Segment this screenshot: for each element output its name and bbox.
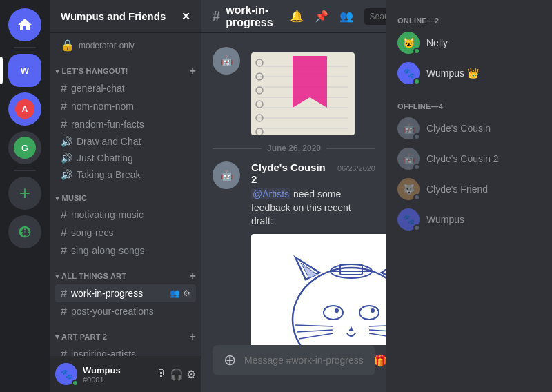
settings-icon[interactable]: ⚙ xyxy=(186,368,196,381)
server-divider-2 xyxy=(14,170,36,171)
channel-item-draw-and-chat[interactable]: 🔊 Draw and Chat xyxy=(55,133,196,150)
member-avatar-clydes-cousin: 🤖 xyxy=(397,117,420,139)
channel-title: work-in-progress xyxy=(226,4,273,29)
channel-header: # work-in-progress share the current dra… xyxy=(201,0,386,33)
member-status-offline-2 xyxy=(413,164,420,170)
gift-icon[interactable]: 🎁 xyxy=(373,354,387,367)
channel-item-random-fun-facts[interactable]: # random-fun-facts xyxy=(55,115,196,133)
divider-line-right xyxy=(326,148,375,149)
message-text: @Artists need some feedback on this rece… xyxy=(251,188,375,228)
channel-item-general-chat[interactable]: # general-chat xyxy=(55,79,196,97)
member-status-online-2 xyxy=(413,78,420,85)
hash-icon: # xyxy=(61,244,67,257)
channel-item-work-in-progress[interactable]: # work-in-progress 👥 ⚙ xyxy=(55,284,196,302)
hash-icon: # xyxy=(61,348,67,356)
channel-sidebar: Wumpus and Friends ✕ 🔒 moderator-only ▾ … xyxy=(50,0,201,392)
chat-input-box: ⊕ 🎁 GIF 😊 xyxy=(213,345,375,375)
category-label: ▾ ALL THINGS ART xyxy=(55,272,126,281)
svg-text:W: W xyxy=(21,66,30,76)
message-content-clyde: Clyde's Cousin 2 06/26/2020 @Artists nee… xyxy=(251,161,375,345)
hash-icon: # xyxy=(61,82,67,95)
notification-bell-icon[interactable]: 🔔 xyxy=(290,10,304,23)
add-channel-button[interactable]: + xyxy=(189,331,196,342)
voice-icon: 🔊 xyxy=(61,153,72,164)
member-avatar-clydes-cousin-2: 🤖 xyxy=(397,148,420,170)
message-input[interactable] xyxy=(244,355,365,366)
member-item-nelly[interactable]: 🐱 Nelly xyxy=(392,28,546,58)
server-icon-2[interactable]: A xyxy=(8,92,41,126)
member-name-wumpus-online: Wumpus 👑 xyxy=(426,68,479,79)
image-attachment-notebook[interactable] xyxy=(251,52,355,135)
channel-hash-icon: # xyxy=(213,8,220,24)
image-attachment-cat[interactable] xyxy=(251,234,386,345)
category-all-things-art[interactable]: ▾ ALL THINGS ART + xyxy=(50,259,201,284)
channel-item-moderator-only[interactable]: 🔒 moderator-only xyxy=(55,33,196,55)
home-server-icon[interactable] xyxy=(8,8,41,41)
channel-actions: 👥 ⚙ xyxy=(170,288,190,298)
member-status-offline-4 xyxy=(413,224,420,231)
members-icon[interactable]: 👥 xyxy=(170,288,180,298)
channel-item-song-recs[interactable]: # song-recs xyxy=(55,224,196,242)
wumpus-server-icon[interactable]: W xyxy=(8,54,41,87)
hash-icon: # xyxy=(61,287,67,300)
server-header[interactable]: Wumpus and Friends ✕ xyxy=(50,0,201,33)
headphones-icon[interactable]: 🎧 xyxy=(170,368,184,381)
message-avatar-clyde: 🤖 xyxy=(213,161,240,189)
member-item-wumpus-offline[interactable]: 🐾 Wumpus xyxy=(392,204,546,235)
member-item-clydes-friend[interactable]: 🐺 Clyde's Friend xyxy=(392,174,546,204)
category-label: ▾ ART PART 2 xyxy=(55,333,107,342)
channel-item-inspiring-artists[interactable]: # inspiring-artists xyxy=(55,345,196,356)
member-name-nelly: Nelly xyxy=(426,37,448,48)
category-music[interactable]: ▾ MUSIC xyxy=(50,183,201,206)
date-divider: June 26, 2020 xyxy=(201,138,386,159)
add-server-button[interactable]: + xyxy=(8,177,41,210)
message-group: 🤖 xyxy=(201,44,386,138)
member-avatar-wumpus-online: 🐾 xyxy=(397,62,420,84)
channel-item-sing-along-songs[interactable]: # sing-along-songs xyxy=(55,242,196,259)
mention-artists[interactable]: @Artists xyxy=(251,188,290,199)
member-name-wumpus-offline: Wumpus xyxy=(426,214,464,225)
channel-item-just-chatting[interactable]: 🔊 Just Chatting xyxy=(55,150,196,166)
hash-icon: # xyxy=(61,118,67,130)
main-content: # work-in-progress share the current dra… xyxy=(201,0,386,392)
member-item-wumpus-online[interactable]: 🐾 Wumpus 👑 xyxy=(392,58,546,88)
category-label: ▾ MUSIC xyxy=(55,194,87,203)
member-name-clydes-friend: Clyde's Friend xyxy=(426,184,488,195)
member-item-clydes-cousin[interactable]: 🤖 Clyde's Cousin xyxy=(392,113,546,144)
hash-icon: # xyxy=(61,208,67,221)
discover-server-button[interactable] xyxy=(8,215,41,248)
channel-item-taking-a-break[interactable]: 🔊 Taking a Break xyxy=(55,166,196,183)
svg-text:G: G xyxy=(21,143,28,153)
offline-header: OFFLINE—4 xyxy=(392,97,546,113)
member-item-clydes-cousin-2[interactable]: 🤖 Clyde's Cousin 2 xyxy=(392,144,546,174)
microphone-icon[interactable]: 🎙 xyxy=(156,368,167,381)
pin-icon[interactable]: 📌 xyxy=(315,10,328,23)
channel-item-nom-nom-nom[interactable]: # nom-nom-nom xyxy=(55,97,196,115)
svg-point-32 xyxy=(335,308,339,313)
svg-point-33 xyxy=(371,308,375,313)
category-art-part-2[interactable]: ▾ ART PART 2 + xyxy=(50,320,201,345)
chevron-down-icon: ✕ xyxy=(181,10,190,23)
category-lets-hangout[interactable]: ▾ LET'S HANGOUT! + xyxy=(50,55,201,79)
hash-icon: # xyxy=(61,305,67,317)
lock-icon: 🔒 xyxy=(61,39,75,52)
channel-item-post-your-creations[interactable]: # post-your-creations xyxy=(55,302,196,320)
add-channel-button[interactable]: + xyxy=(189,66,196,77)
date-label: June 26, 2020 xyxy=(267,144,321,153)
username-display: Wumpus xyxy=(83,365,150,375)
server-divider xyxy=(14,47,36,48)
settings-icon[interactable]: ⚙ xyxy=(183,288,190,298)
user-avatar: 🐾 xyxy=(55,363,77,385)
channel-item-motivating-music[interactable]: # motivating-music xyxy=(55,206,196,224)
server-icon-3[interactable]: G xyxy=(8,131,41,164)
hash-icon: # xyxy=(61,100,67,112)
member-avatar-wumpus-offline: 🐾 xyxy=(397,208,420,231)
add-channel-button[interactable]: + xyxy=(189,271,196,282)
add-attachment-button[interactable]: ⊕ xyxy=(224,351,236,369)
user-actions: 🎙 🎧 ⚙ xyxy=(156,368,196,381)
messages-area: 🤖 xyxy=(201,33,386,345)
server-list: W A G + xyxy=(0,0,50,392)
member-avatar-nelly: 🐱 xyxy=(397,32,420,54)
members-icon[interactable]: 👥 xyxy=(339,10,353,23)
member-name-clydes-cousin: Clyde's Cousin xyxy=(426,123,491,134)
